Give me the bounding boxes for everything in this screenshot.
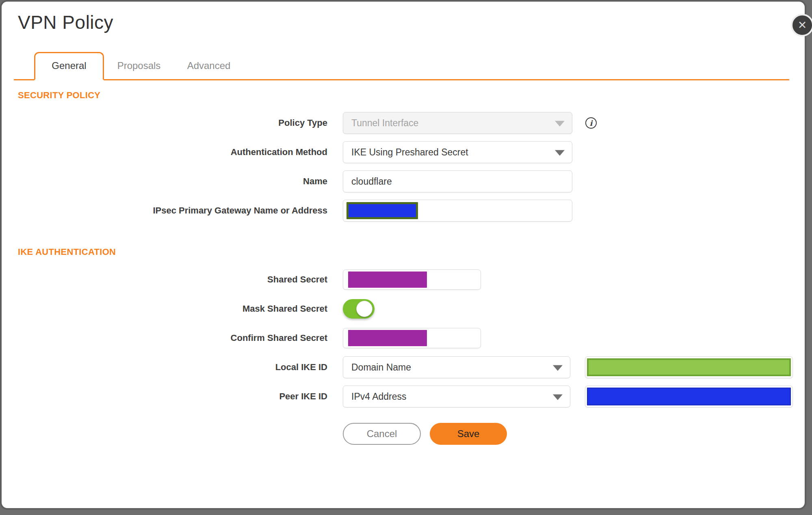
local-ike-id-type-select[interactable]: Domain Name [343,356,570,378]
name-label: Name [2,176,327,187]
peer-ike-id-row: Peer IKE ID IPv4 Address [2,386,805,407]
tab-strip: General Proposals Advanced [14,52,789,80]
info-icon[interactable]: i [585,117,597,129]
shared-secret-row: Shared Secret [2,269,805,291]
peer-ike-id-value-input[interactable] [585,386,793,407]
name-input[interactable] [343,170,572,192]
name-row: Name [2,170,805,192]
local-ike-id-row: Local IKE ID Domain Name [2,356,805,378]
chevron-down-icon [553,365,563,371]
vpn-policy-dialog: ✕ VPN Policy General Proposals Advanced … [0,0,806,510]
chevron-down-icon [553,394,563,400]
policy-type-row: Policy Type Tunnel Interface i [2,112,805,134]
footer-actions: Cancel Save [343,423,805,445]
shared-secret-label: Shared Secret [2,274,327,285]
gateway-row: IPsec Primary Gateway Name or Address [2,200,805,222]
confirm-shared-secret-label: Confirm Shared Secret [2,333,327,343]
local-ike-id-label: Local IKE ID [2,362,327,373]
local-ike-id-redaction-block [587,358,791,376]
gateway-label: IPsec Primary Gateway Name or Address [2,205,327,216]
tab-advanced[interactable]: Advanced [174,53,244,79]
shared-secret-redaction-block [348,272,427,288]
close-button[interactable]: ✕ [791,14,812,37]
chevron-down-icon [555,150,565,156]
auth-method-label: Authentication Method [2,147,327,157]
confirm-shared-secret-row: Confirm Shared Secret [2,327,805,349]
close-icon: ✕ [798,20,807,31]
auth-method-select[interactable]: IKE Using Preshared Secret [343,141,572,163]
cancel-button[interactable]: Cancel [343,423,421,445]
mask-shared-secret-label: Mask Shared Secret [2,304,327,314]
ike-authentication-heading: IKE AUTHENTICATION [18,247,805,257]
shared-secret-input[interactable] [343,269,481,290]
auth-method-row: Authentication Method IKE Using Preshare… [2,141,805,163]
peer-ike-id-label: Peer IKE ID [2,391,327,402]
confirm-shared-secret-redaction-block [348,330,427,346]
local-ike-id-type-value: Domain Name [351,362,411,373]
toggle-knob [356,301,372,317]
peer-ike-id-type-value: IPv4 Address [351,391,407,402]
page-title: VPN Policy [18,11,805,33]
policy-type-select: Tunnel Interface [343,112,572,134]
gateway-input[interactable] [343,200,572,222]
mask-shared-secret-row: Mask Shared Secret [2,298,805,320]
local-ike-id-value-input[interactable] [585,356,793,378]
auth-method-value: IKE Using Preshared Secret [351,147,468,158]
save-button[interactable]: Save [430,423,507,445]
tab-general[interactable]: General [34,52,104,80]
peer-ike-id-type-select[interactable]: IPv4 Address [343,386,570,407]
mask-shared-secret-toggle[interactable] [343,299,375,319]
policy-type-value: Tunnel Interface [351,118,418,129]
chevron-down-icon [555,121,565,127]
peer-ike-id-redaction-block [587,388,791,405]
gateway-redaction-block [346,202,418,219]
confirm-shared-secret-input[interactable] [343,328,481,348]
tab-proposals[interactable]: Proposals [104,53,174,79]
security-policy-heading: SECURITY POLICY [18,90,805,101]
policy-type-label: Policy Type [2,118,327,128]
